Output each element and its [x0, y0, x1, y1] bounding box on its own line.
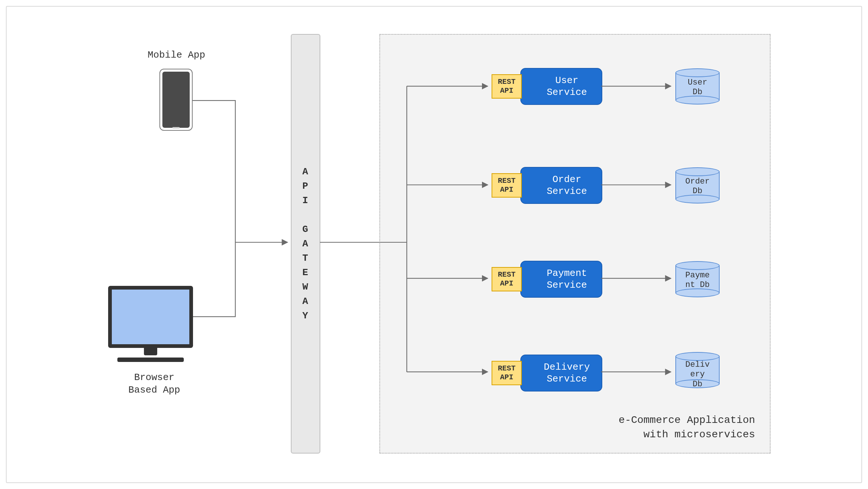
rest-api-tag-order: REST API	[492, 173, 522, 198]
api-gateway: A P I G A T E W A Y	[291, 34, 320, 454]
database-payment: Payme nt Db	[675, 261, 720, 297]
database-order: Order Db	[675, 167, 720, 204]
service-user: User Service	[520, 68, 602, 105]
service-delivery: Delivery Service	[520, 355, 602, 391]
desktop-computer-icon	[108, 286, 193, 362]
browser-app-label: Browser Based App	[117, 372, 191, 397]
database-user: User Db	[675, 68, 720, 105]
mobile-phone-icon	[159, 69, 193, 131]
database-delivery: Deliv ery Db	[675, 352, 720, 388]
service-payment: Payment Service	[520, 261, 602, 298]
rest-api-tag-delivery: REST API	[492, 361, 522, 385]
rest-api-tag-payment: REST API	[492, 267, 522, 291]
service-order: Order Service	[520, 167, 602, 204]
database-order-label: Order Db	[675, 177, 720, 196]
diagram-frame: Mobile App Browser Based App A P I G A T…	[6, 6, 862, 483]
rest-api-tag-user: REST API	[492, 74, 522, 99]
mobile-app-label: Mobile App	[140, 49, 213, 62]
api-gateway-label: A P I G A T E W A Y	[302, 165, 309, 323]
database-delivery-label: Deliv ery Db	[675, 360, 720, 389]
database-payment-label: Payme nt Db	[675, 271, 720, 290]
microservices-caption: e-Commerce Application with microservice…	[619, 413, 755, 442]
database-user-label: User Db	[675, 78, 720, 98]
